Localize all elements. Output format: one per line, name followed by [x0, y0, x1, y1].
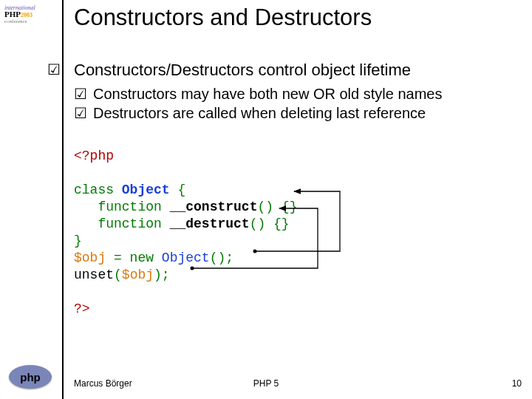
sub-bullet-list: ☑ Constructors may have both new OR old …: [74, 84, 442, 123]
logo-line2: PHP2003: [4, 11, 35, 18]
slide-title: Constructors and Destructors: [74, 4, 372, 31]
list-item-text: Destructors are called when deleting las…: [93, 103, 426, 123]
sidebar: international PHP2003 conference: [0, 0, 64, 399]
code-block: <?php class Object { function __construc…: [74, 148, 297, 318]
logo-line3: conference: [4, 18, 35, 25]
list-item: ☑ Constructors may have both new OR old …: [74, 84, 442, 103]
footer-title: PHP 5: [0, 378, 532, 389]
slide: international PHP2003 conference Constru…: [0, 0, 532, 399]
page-number: 10: [512, 378, 522, 389]
main-bullet-icon: ☑: [47, 61, 61, 78]
main-bullet-text: Constructors/Destructors control object …: [74, 61, 411, 80]
list-item: ☑ Destructors are called when deleting l…: [74, 103, 442, 123]
check-icon: ☑: [47, 61, 61, 78]
conference-logo: international PHP2003 conference: [4, 4, 35, 25]
list-item-text: Constructors may have both new OR old st…: [93, 84, 442, 103]
check-icon: ☑: [74, 103, 87, 123]
check-icon: ☑: [74, 84, 87, 103]
